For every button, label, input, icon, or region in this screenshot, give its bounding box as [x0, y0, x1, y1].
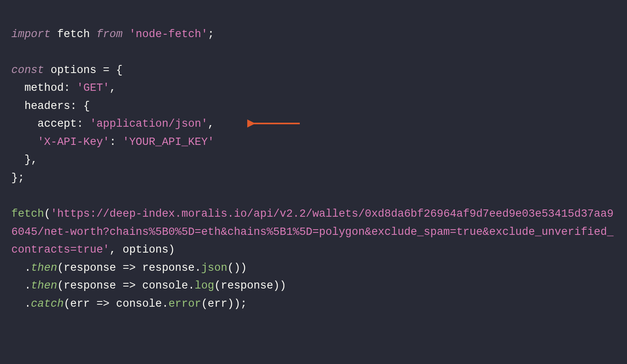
- comma: ,: [109, 82, 116, 94]
- brace-open: {: [109, 64, 122, 76]
- brace-semicolon: };: [11, 172, 24, 184]
- method-then: then: [31, 262, 57, 274]
- colon: :: [109, 136, 122, 148]
- method-json: json: [201, 262, 227, 274]
- keyword-import: import: [11, 28, 50, 40]
- func-fetch: fetch: [11, 208, 44, 220]
- indent: [11, 118, 38, 130]
- string-accept: 'application/json': [90, 118, 208, 130]
- dot: .: [24, 262, 31, 274]
- body: console.: [109, 298, 168, 310]
- prop-method: method: [24, 82, 63, 94]
- method-catch: catch: [31, 298, 64, 310]
- paren-open: (: [44, 208, 50, 220]
- tail: (err));: [201, 298, 247, 310]
- keyword-from: from: [97, 28, 123, 40]
- colon: :: [77, 118, 90, 130]
- ident-options: options: [44, 64, 103, 76]
- string-apikey: 'YOUR_API_KEY': [122, 136, 214, 148]
- colon: :: [64, 82, 77, 94]
- code-block: import fetch from 'node-fetch'; const op…: [0, 0, 627, 320]
- comma: ,: [208, 118, 214, 130]
- equals: =: [103, 64, 109, 76]
- ident-fetch: fetch: [50, 28, 96, 40]
- method-then: then: [31, 280, 57, 292]
- prop-accept: accept: [38, 118, 77, 130]
- options-arg: , options): [109, 244, 175, 256]
- indent: [11, 100, 24, 112]
- arg: (response: [57, 262, 122, 274]
- indent: [11, 154, 24, 166]
- arrow: =>: [97, 298, 109, 310]
- indent: [11, 262, 24, 274]
- body: console.: [136, 280, 195, 292]
- string-url: 'https://deep-index.moralis.io/api/v2.2/…: [11, 208, 614, 256]
- body: response.: [136, 262, 201, 274]
- string-module: 'node-fetch': [122, 28, 208, 40]
- indent: [11, 82, 24, 94]
- keyword-const: const: [11, 64, 44, 76]
- method-error: error: [168, 298, 201, 310]
- dot: .: [24, 280, 31, 292]
- indent: [11, 280, 24, 292]
- prop-xapikey: 'X-API-Key': [38, 136, 109, 148]
- arrow: =>: [122, 262, 135, 274]
- semicolon: ;: [208, 28, 214, 40]
- brace-close: },: [24, 154, 37, 166]
- tail: (response)): [214, 280, 286, 292]
- indent: [11, 136, 38, 148]
- arg: (err: [64, 298, 97, 310]
- arg: (response: [57, 280, 122, 292]
- arrow: =>: [122, 280, 135, 292]
- tail: ()): [227, 262, 247, 274]
- colon-brace: : {: [70, 100, 90, 112]
- string-get: 'GET': [77, 82, 109, 94]
- dot: .: [24, 298, 31, 310]
- prop-headers: headers: [24, 100, 70, 112]
- method-log: log: [195, 280, 215, 292]
- indent: [11, 298, 24, 310]
